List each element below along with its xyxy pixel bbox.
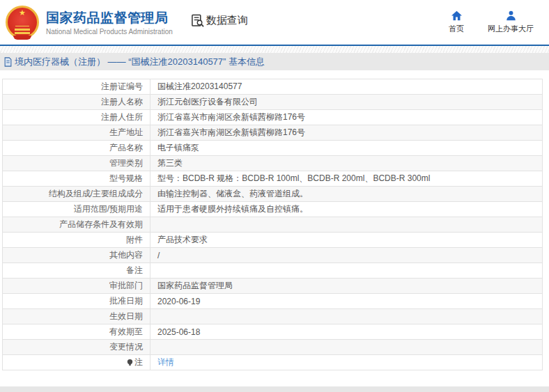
table-row: 审批部门 国家药品监督管理局 <box>3 279 543 294</box>
field-value: 2025-06-18 <box>157 327 200 337</box>
field-label-cell: 适用范围/预期用途 <box>3 202 150 217</box>
detail-table-body: 注册证编号 国械注准20203140577 注册人名称 浙江元创医疗设备有限公司… <box>3 79 543 370</box>
field-value: 电子镇痛泵 <box>157 143 199 152</box>
table-row: 附件 产品技术要求 <box>3 233 543 248</box>
field-label: 产品储存条件及有效期 <box>59 219 143 229</box>
footer-strip <box>0 386 549 392</box>
field-value-cell: 型号：BCDB-R 规格：BCDB-R 100ml、BCDB-R 200ml、B… <box>150 171 543 187</box>
field-label: 注册人住所 <box>101 112 143 122</box>
table-row: 结构及组成/主要组成成分 由输注控制器、储液盒、药液管道组成。 <box>3 187 543 202</box>
field-label: 管理类别 <box>109 158 143 168</box>
field-value-cell: 国家药品监督管理局 <box>150 279 543 294</box>
table-row: 备注 <box>3 263 543 279</box>
field-label-cell: 有效期至 <box>3 324 150 340</box>
field-label-cell: 生效日期 <box>3 309 150 324</box>
table-row: 生产地址 浙江省嘉兴市南湖区余新镇茜柳路176号 <box>3 125 543 141</box>
field-value: 产品技术要求 <box>157 235 208 244</box>
field-value-cell <box>150 340 543 355</box>
field-value-cell: 产品技术要求 <box>150 233 543 248</box>
field-label: 变更情况 <box>109 342 143 352</box>
field-value-cell: 浙江省嘉兴市南湖区余新镇茜柳路176号 <box>150 110 543 125</box>
table-row: 管理类别 第三类 <box>3 156 543 171</box>
field-value: / <box>157 251 160 260</box>
hatched-divider <box>0 46 549 53</box>
table-row: 产品储存条件及有效期 <box>3 217 543 233</box>
nav-home[interactable]: 首页 <box>449 10 464 34</box>
field-label: 产品名称 <box>109 143 143 152</box>
field-label: 其他内容 <box>109 250 143 260</box>
emblem-ribbon-shape <box>13 36 31 40</box>
national-emblem-logo: ★ <box>6 6 39 39</box>
nav-online-hall-label: 网上办事大厅 <box>488 24 534 34</box>
brand-block: 国家药品监督管理局 National Medical Products Admi… <box>46 10 173 36</box>
field-value: 国械注准20203140577 <box>157 81 242 91</box>
field-value-cell: 2020-06-19 <box>150 294 543 309</box>
table-row: 生效日期 <box>3 309 543 324</box>
field-value: 型号：BCDB-R 规格：BCDB-R 100ml、BCDB-R 200ml、B… <box>157 173 430 183</box>
field-label: 注册证编号 <box>101 81 143 91</box>
field-value-cell: 电子镇痛泵 <box>150 141 543 156</box>
table-row: 有效期至 2025-06-18 <box>3 324 543 340</box>
field-label-cell: 注册人住所 <box>3 110 150 125</box>
field-label-cell: 注册证编号 <box>3 79 150 95</box>
field-value: 国家药品监督管理局 <box>157 281 233 290</box>
emblem-star-icon: ★ <box>19 9 26 17</box>
field-value: 浙江省嘉兴市南湖区余新镇茜柳路176号 <box>157 112 305 122</box>
breadcrumb: 境内医疗器械（注册） —— “国械注准20203140577” 基本信息 <box>0 53 549 70</box>
field-label-cell: 注册人名称 <box>3 95 150 110</box>
field-label-cell: 附件 <box>3 233 150 248</box>
site-title: 国家药品监督管理局 <box>46 10 173 26</box>
field-value-cell <box>150 263 543 279</box>
site-subtitle: National Medical Products Administration <box>46 28 173 36</box>
field-value: 浙江元创医疗设备有限公司 <box>157 97 258 107</box>
field-label-cell: 审批部门 <box>3 279 150 294</box>
field-value-cell: / <box>150 248 543 263</box>
field-value: 适用于患者硬膜外持续镇痛及自控镇痛。 <box>157 204 308 214</box>
table-row: 批准日期 2020-06-19 <box>3 294 543 309</box>
field-label-cell: 注 <box>3 355 150 370</box>
table-row: 其他内容 / <box>3 248 543 263</box>
field-label: 结构及组成/主要组成成分 <box>49 189 143 198</box>
field-label: 适用范围/预期用途 <box>74 204 143 214</box>
field-value: 浙江省嘉兴市南湖区余新镇茜柳路176号 <box>157 127 305 137</box>
detail-link[interactable]: 详情 <box>157 357 174 367</box>
field-label-cell: 变更情况 <box>3 340 150 355</box>
field-value-cell: 2025-06-18 <box>150 324 543 340</box>
field-label-cell: 结构及组成/主要组成成分 <box>3 187 150 202</box>
field-value-cell: 浙江元创医疗设备有限公司 <box>150 95 543 110</box>
field-value-cell: 浙江省嘉兴市南湖区余新镇茜柳路176号 <box>150 125 543 141</box>
field-label: 审批部门 <box>109 281 143 290</box>
field-label-cell: 其他内容 <box>3 248 150 263</box>
registration-detail-table: 注册证编号 国械注准20203140577 注册人名称 浙江元创医疗设备有限公司… <box>2 79 543 370</box>
page-icon <box>3 57 13 67</box>
field-label-cell: 生产地址 <box>3 125 150 141</box>
field-value-cell: 第三类 <box>150 156 543 171</box>
field-label: 生效日期 <box>109 311 143 321</box>
field-label: 附件 <box>126 235 143 244</box>
field-label: 注 <box>134 357 143 367</box>
field-label: 型号规格 <box>109 173 143 183</box>
field-value-cell <box>150 217 543 233</box>
nav-home-label: 首页 <box>449 24 464 34</box>
note-icon <box>126 359 134 368</box>
data-query-label: 数据查询 <box>206 14 248 27</box>
field-label: 备注 <box>126 265 143 275</box>
field-value-cell: 由输注控制器、储液盒、药液管道组成。 <box>150 187 543 202</box>
document-search-icon <box>191 14 204 27</box>
field-label-cell: 产品名称 <box>3 141 150 156</box>
header-nav: 首页 网上办事大厅 <box>449 10 534 34</box>
field-label-cell: 管理类别 <box>3 156 150 171</box>
field-label: 有效期至 <box>109 327 143 336</box>
nav-online-hall[interactable]: 网上办事大厅 <box>488 10 534 34</box>
field-value: 2020-06-19 <box>157 297 200 306</box>
field-label-cell: 产品储存条件及有效期 <box>3 217 150 233</box>
field-label: 批准日期 <box>109 296 143 306</box>
emblem-gate-shape <box>15 29 30 31</box>
field-label-cell: 型号规格 <box>3 171 150 187</box>
table-row: 型号规格 型号：BCDB-R 规格：BCDB-R 100ml、BCDB-R 20… <box>3 171 543 187</box>
data-query-tab[interactable]: 数据查询 <box>191 14 248 27</box>
table-row: 注册人住所 浙江省嘉兴市南湖区余新镇茜柳路176号 <box>3 110 543 125</box>
table-row: 注 详情 <box>3 355 543 370</box>
table-row: 适用范围/预期用途 适用于患者硬膜外持续镇痛及自控镇痛。 <box>3 202 543 217</box>
field-label-cell: 批准日期 <box>3 294 150 309</box>
